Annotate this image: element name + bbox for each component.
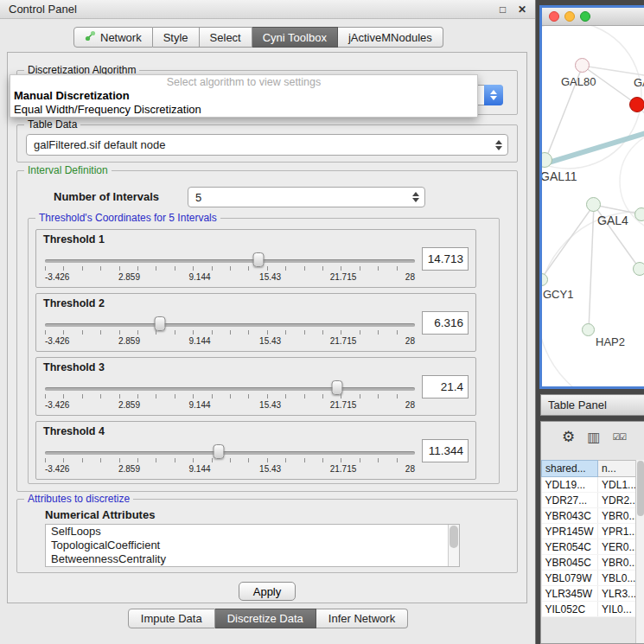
tick-label: -3.426 bbox=[45, 336, 69, 346]
column-header-shared-name[interactable]: shared... bbox=[542, 461, 598, 477]
threshold-2-slider-thumb[interactable] bbox=[154, 316, 165, 331]
slider-tick-labels: -3.426 2.859 9.144 15.43 21.715 28 bbox=[45, 400, 415, 410]
threshold-3-slider[interactable]: -3.426 2.859 9.144 15.43 21.715 28 bbox=[45, 377, 415, 413]
thresholds-group-title: Threshold's Coordinates for 5 Intervals bbox=[35, 212, 220, 224]
tick-label: -3.426 bbox=[45, 272, 69, 282]
threshold-3-title: Threshold 3 bbox=[43, 361, 105, 373]
table-row[interactable]: YBL079WYBL0... bbox=[542, 571, 644, 586]
table-row[interactable]: YER054CYER0... bbox=[542, 539, 644, 555]
float-window-icon[interactable]: □ bbox=[500, 3, 506, 16]
network-node-right-lower[interactable] bbox=[633, 262, 644, 276]
table-data-group-title: Table Data bbox=[24, 118, 80, 131]
threshold-4-value-field[interactable]: 11.344 bbox=[422, 439, 469, 462]
threshold-2-slider[interactable]: -3.426 2.859 9.144 15.43 21.715 28 bbox=[45, 313, 415, 349]
threshold-1-value-field[interactable]: 14.713 bbox=[422, 247, 469, 271]
settings-gear-icon[interactable]: ⚙ bbox=[562, 428, 575, 446]
table-panel-title: Table Panel bbox=[548, 399, 607, 411]
tick-label: 28 bbox=[405, 400, 415, 410]
number-of-intervals-value: 5 bbox=[188, 191, 407, 204]
network-node-right-mid[interactable] bbox=[634, 207, 644, 221]
network-node-hap2[interactable] bbox=[582, 323, 595, 336]
attributes-group-title: Attributes to discretize bbox=[24, 493, 133, 505]
network-node-selected-red[interactable] bbox=[629, 97, 644, 112]
table-panel-body: ⚙ ▥ ☑☑ shared... n... YDL19...YDL1... YD… bbox=[540, 421, 644, 644]
cell[interactable]: YIL052C bbox=[542, 602, 598, 617]
tick-label: 21.715 bbox=[330, 464, 357, 474]
interval-definition-group-title: Interval Definition bbox=[24, 164, 112, 176]
table-row[interactable]: YPR145WYPR1... bbox=[542, 524, 644, 539]
tick-label: 9.144 bbox=[189, 272, 211, 282]
cell[interactable]: YBL079W bbox=[542, 571, 598, 586]
popup-item-equal-width-frequency[interactable]: Equal Width/Frequency Discretization bbox=[10, 103, 477, 117]
tab-infer-network[interactable]: Infer Network bbox=[316, 609, 408, 628]
cell[interactable]: YER054C bbox=[542, 539, 598, 555]
table-panel-window: Table Panel ⚙ ▥ ☑☑ shared... n... YDL19.… bbox=[540, 394, 644, 644]
tab-network[interactable]: Network bbox=[73, 27, 153, 48]
combobox-stepper-icon[interactable] bbox=[484, 85, 503, 105]
control-panel-titlebar: Control Panel □ ✕ bbox=[0, 0, 535, 19]
threshold-1-slider[interactable]: -3.426 2.859 9.144 15.43 21.715 28 bbox=[45, 249, 415, 285]
close-traffic-light-icon[interactable] bbox=[549, 11, 559, 22]
tab-select[interactable]: Select bbox=[200, 27, 252, 48]
tab-cyni-toolbox[interactable]: Cyni Toolbox bbox=[252, 27, 338, 48]
cell[interactable]: YDR27... bbox=[542, 493, 598, 508]
table-row[interactable]: YBR045CYBR0... bbox=[542, 555, 644, 571]
tick-label: 21.715 bbox=[330, 336, 357, 346]
table-scrollbar-thumb[interactable] bbox=[637, 461, 644, 516]
combobox-arrows-icon bbox=[407, 192, 424, 202]
table-panel-titlebar: Table Panel bbox=[540, 394, 644, 416]
tick-label: 21.715 bbox=[330, 272, 357, 282]
table-row[interactable]: YBR043CYBR0... bbox=[542, 508, 644, 524]
threshold-4-slider-thumb[interactable] bbox=[214, 444, 225, 459]
threshold-3-value-field[interactable]: 21.4 bbox=[422, 375, 469, 399]
table-row[interactable]: YDL19...YDL1... bbox=[542, 477, 644, 493]
network-node-pink[interactable] bbox=[575, 58, 590, 73]
apply-button[interactable]: Apply bbox=[239, 582, 296, 601]
popup-item-manual-discretization[interactable]: Manual Discretization bbox=[10, 89, 477, 103]
algorithm-dropdown-popup: Select algorithm to view settings Manual… bbox=[10, 74, 478, 118]
cell[interactable]: YDL19... bbox=[542, 477, 598, 493]
cell[interactable]: YPR145W bbox=[542, 524, 598, 539]
list-scrollbar-thumb[interactable] bbox=[450, 526, 458, 548]
table-row[interactable]: YDR27...YDR2... bbox=[542, 493, 644, 508]
table-scrollbar[interactable] bbox=[635, 460, 644, 643]
tab-discretize-data[interactable]: Discretize Data bbox=[215, 609, 316, 628]
tab-label: Style bbox=[163, 31, 188, 44]
table-data-combobox[interactable]: galFiltered.sif default node bbox=[26, 134, 508, 156]
table-row[interactable]: YIL052CYIL0... bbox=[542, 602, 644, 617]
slider-track bbox=[45, 259, 415, 263]
threshold-2-value-field[interactable]: 6.316 bbox=[422, 311, 469, 335]
columns-icon[interactable]: ▥ bbox=[587, 429, 600, 445]
minimize-traffic-light-icon[interactable] bbox=[564, 11, 575, 22]
threshold-2-panel: Threshold 2 -3.426 2.859 9.144 15.43 21.… bbox=[35, 293, 476, 352]
tick-label: 2.859 bbox=[118, 336, 140, 346]
list-item-topologicalcoefficient[interactable]: TopologicalCoefficient bbox=[46, 539, 459, 552]
threshold-1-title: Threshold 1 bbox=[43, 233, 105, 245]
tab-label: jActiveMNodules bbox=[348, 31, 432, 44]
close-window-icon[interactable]: ✕ bbox=[518, 3, 526, 16]
control-panel-tabbar: Network Style Select Cyni Toolbox jActiv… bbox=[73, 27, 443, 48]
tab-impute-data[interactable]: Impute Data bbox=[128, 609, 215, 628]
threshold-3-slider-thumb[interactable] bbox=[332, 380, 343, 395]
tick-label: 15.43 bbox=[259, 464, 281, 474]
table-row[interactable]: YLR345WYLR3... bbox=[542, 586, 644, 602]
threshold-1-slider-thumb[interactable] bbox=[252, 252, 264, 267]
number-of-intervals-combobox[interactable]: 5 bbox=[188, 187, 425, 207]
network-node-gal4[interactable] bbox=[586, 197, 601, 212]
cell[interactable]: YBR043C bbox=[542, 508, 598, 524]
network-canvas[interactable]: GAL80 GA GAL11 GAL4 GCY1 HAP2 bbox=[542, 26, 644, 386]
cell[interactable]: YBR045C bbox=[542, 555, 598, 571]
slider-tick-labels: -3.426 2.859 9.144 15.43 21.715 28 bbox=[45, 272, 415, 282]
thresholds-group: Threshold's Coordinates for 5 Intervals … bbox=[28, 218, 500, 484]
tick-label: 15.43 bbox=[259, 336, 281, 346]
list-scrollbar[interactable] bbox=[448, 525, 459, 566]
tab-style[interactable]: Style bbox=[153, 27, 200, 48]
tab-jactivemnodules[interactable]: jActiveMNodules bbox=[338, 27, 443, 48]
threshold-4-slider[interactable]: -3.426 2.859 9.144 15.43 21.715 28 bbox=[45, 441, 415, 477]
list-item-betweennesscentrality[interactable]: BetweennessCentrality bbox=[46, 552, 459, 566]
list-item-selfloops[interactable]: SelfLoops bbox=[46, 525, 459, 539]
cell[interactable]: YLR345W bbox=[542, 586, 598, 602]
node-label-gal11: GAL11 bbox=[542, 169, 577, 183]
zoom-traffic-light-icon[interactable] bbox=[580, 11, 590, 22]
select-columns-checkboxes-icon[interactable]: ☑☑ bbox=[612, 432, 626, 442]
